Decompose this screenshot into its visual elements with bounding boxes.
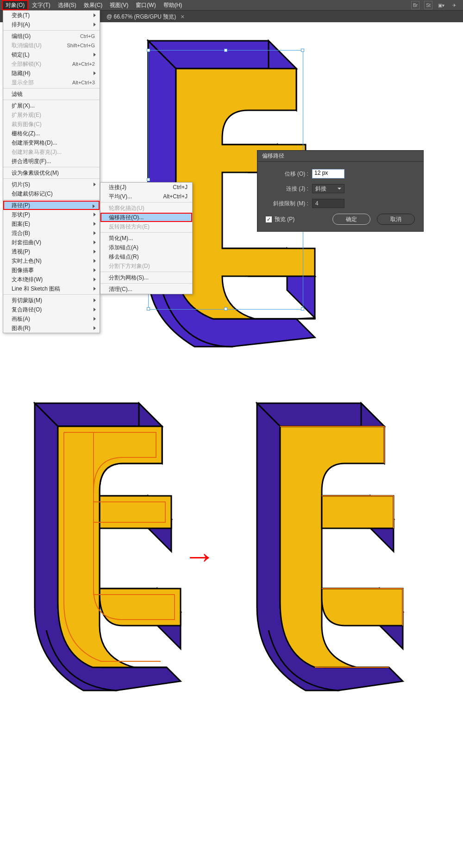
menu-item-label: 图案(E)	[12, 220, 30, 228]
submenu-item[interactable]: 移去锚点(R)	[100, 252, 192, 261]
submenu-item[interactable]: 分割为网格(S)...	[100, 273, 192, 282]
menu-item-shortcut: Shift+Ctrl+G	[67, 43, 95, 48]
submenu-item[interactable]: 平均(V)...Alt+Ctrl+J	[100, 192, 192, 201]
menu-item-label: 编组(G)	[12, 32, 31, 40]
menu-item-shortcut: Alt+Ctrl+2	[72, 61, 95, 67]
menu-item[interactable]: 实时上色(N)	[3, 256, 100, 266]
dialog-title: 偏移路径	[257, 151, 423, 162]
menu-item-label: 变换(T)	[12, 12, 30, 19]
submenu-item-label: 分割下方对象(D)	[109, 262, 150, 270]
menu-item-label: 全部解锁(K)	[12, 60, 41, 68]
submenu-item-label: 反转路径方向(E)	[109, 223, 150, 231]
menu-item: 扩展外观(E)	[3, 110, 100, 120]
submenu-item: 分割下方对象(D)	[100, 261, 192, 271]
menu-item[interactable]: 编组(G)Ctrl+G	[3, 32, 100, 41]
submenu-item[interactable]: 连接(J)Ctrl+J	[100, 183, 192, 192]
ok-button[interactable]: 确定	[332, 214, 370, 225]
tab-label: @ 66.67% (RGB/GPU 预览)	[106, 13, 176, 21]
menu-item[interactable]: 画板(A)	[3, 314, 100, 323]
path-submenu: 连接(J)Ctrl+J平均(V)...Alt+Ctrl+J轮廓化描边(U)偏移路…	[100, 182, 193, 294]
submenu-item: 反转路径方向(E)	[100, 222, 192, 231]
submenu-item-shortcut: Alt+Ctrl+J	[163, 193, 188, 200]
menu-item[interactable]: 变换(T)	[3, 11, 100, 20]
menu-item-label: 路径(P)	[12, 202, 30, 209]
menu-item[interactable]: 剪切蒙版(M)	[3, 296, 100, 305]
submenu-item-label: 轮廓化描边(U)	[109, 204, 144, 212]
menu-item[interactable]: 栅格化(Z)...	[3, 129, 100, 138]
menu-item-label: 锁定(L)	[12, 51, 30, 59]
menu-view[interactable]: 视图(V)	[106, 0, 132, 10]
menu-window[interactable]: 窗口(W)	[132, 0, 159, 10]
stock-icon[interactable]: St	[424, 1, 432, 9]
join-select[interactable]: 斜接	[312, 184, 344, 193]
workspace-icon[interactable]: ▣▾	[437, 1, 445, 9]
menu-item: 显示全部Alt+Ctrl+3	[3, 78, 100, 87]
miter-label: 斜接限制 (M) :	[266, 200, 308, 208]
menu-item[interactable]: 复合路径(O)	[3, 305, 100, 314]
menu-item: 全部解锁(K)Alt+Ctrl+2	[3, 59, 100, 69]
offset-input[interactable]: 12 px	[312, 169, 344, 178]
object-menu-dropdown: 变换(T)排列(A)编组(G)Ctrl+G取消编组(U)Shift+Ctrl+G…	[3, 10, 100, 333]
menu-type[interactable]: 文字(T)	[28, 0, 54, 10]
menu-item[interactable]: 排列(A)	[3, 20, 100, 29]
menu-item[interactable]: 隐藏(H)	[3, 69, 100, 78]
menu-item[interactable]: 切片(S)	[3, 180, 100, 189]
preview-checkbox[interactable]: ✓ 预览 (P)	[266, 215, 294, 223]
menubar: 对象(O) 文字(T) 选择(S) 效果(C) 视图(V) 窗口(W) 帮助(H…	[0, 0, 463, 10]
menu-item[interactable]: 混合(B)	[3, 228, 100, 238]
menu-item[interactable]: 路径(P)	[3, 201, 100, 210]
menu-item: 取消编组(U)Shift+Ctrl+G	[3, 41, 100, 50]
menu-item-label: 创建对象马赛克(J)...	[12, 148, 62, 156]
menu-item-label: 切片(S)	[12, 181, 30, 189]
preview-label: 预览 (P)	[275, 215, 294, 223]
menu-item-label: 画板(A)	[12, 315, 30, 323]
submenu-item-label: 清理(C)...	[109, 285, 132, 293]
menu-select[interactable]: 选择(S)	[54, 0, 80, 10]
menu-item[interactable]: 图像描摹	[3, 266, 100, 275]
menu-object[interactable]: 对象(O)	[2, 0, 28, 10]
menu-item-label: 创建渐变网格(D)...	[12, 139, 57, 147]
menu-item-label: 透视(P)	[12, 248, 30, 256]
submenu-item-label: 偏移路径(O)...	[109, 214, 144, 222]
menu-item[interactable]: 滤镜	[3, 89, 100, 99]
menu-item[interactable]: 创建渐变网格(D)...	[3, 138, 100, 147]
menu-item[interactable]: 设为像素级优化(M)	[3, 168, 100, 177]
menu-item[interactable]: 创建裁切标记(C)	[3, 189, 100, 198]
menu-item[interactable]: 文本绕排(W)	[3, 275, 100, 284]
submenu-item-shortcut: Ctrl+J	[173, 184, 188, 190]
menu-item-shortcut: Alt+Ctrl+3	[72, 80, 95, 85]
menu-item[interactable]: 封套扭曲(V)	[3, 238, 100, 247]
menu-item[interactable]: 拼合透明度(F)...	[3, 157, 100, 166]
menu-item[interactable]: 图表(R)	[3, 323, 100, 333]
menu-item[interactable]: 扩展(X)...	[3, 101, 100, 110]
document-tab[interactable]: @ 66.67% (RGB/GPU 预览) ×	[102, 11, 189, 23]
offset-label: 位移 (O) :	[266, 170, 308, 178]
submenu-item[interactable]: 偏移路径(O)...	[100, 213, 192, 222]
tab-close-icon[interactable]: ×	[181, 13, 184, 20]
submenu-item-label: 平均(V)...	[109, 193, 132, 201]
miter-input[interactable]: 4	[312, 199, 344, 208]
menu-item[interactable]: 形状(P)	[3, 210, 100, 219]
search-icon[interactable]: ✈	[450, 1, 458, 9]
submenu-item[interactable]: 简化(M)...	[100, 234, 192, 243]
menu-item-label: 隐藏(H)	[12, 70, 31, 77]
submenu-item[interactable]: 清理(C)...	[100, 285, 192, 294]
menu-item-label: 排列(A)	[12, 21, 30, 29]
menu-item[interactable]: 锁定(L)	[3, 50, 100, 59]
submenu-item[interactable]: 添加锚点(A)	[100, 243, 192, 252]
submenu-item-label: 分割为网格(S)...	[109, 274, 149, 282]
menu-item: 创建对象马赛克(J)...	[3, 147, 100, 157]
cancel-button[interactable]: 取消	[377, 214, 415, 225]
menu-item-label: 拼合透明度(F)...	[12, 158, 51, 165]
menu-help[interactable]: 帮助(H)	[160, 0, 186, 10]
bridge-icon[interactable]: Br	[411, 1, 419, 9]
menu-item-label: 混合(B)	[12, 229, 30, 237]
menu-item-label: 栅格化(Z)...	[12, 130, 40, 138]
menu-item-label: 显示全部	[12, 79, 34, 87]
menu-item-shortcut: Ctrl+G	[80, 33, 95, 39]
menu-effect[interactable]: 效果(C)	[80, 0, 106, 10]
arrow-icon: →	[183, 538, 216, 575]
menu-item[interactable]: 图案(E)	[3, 219, 100, 228]
menu-item[interactable]: 透视(P)	[3, 247, 100, 256]
menu-item[interactable]: Line 和 Sketch 图稿	[3, 284, 100, 293]
